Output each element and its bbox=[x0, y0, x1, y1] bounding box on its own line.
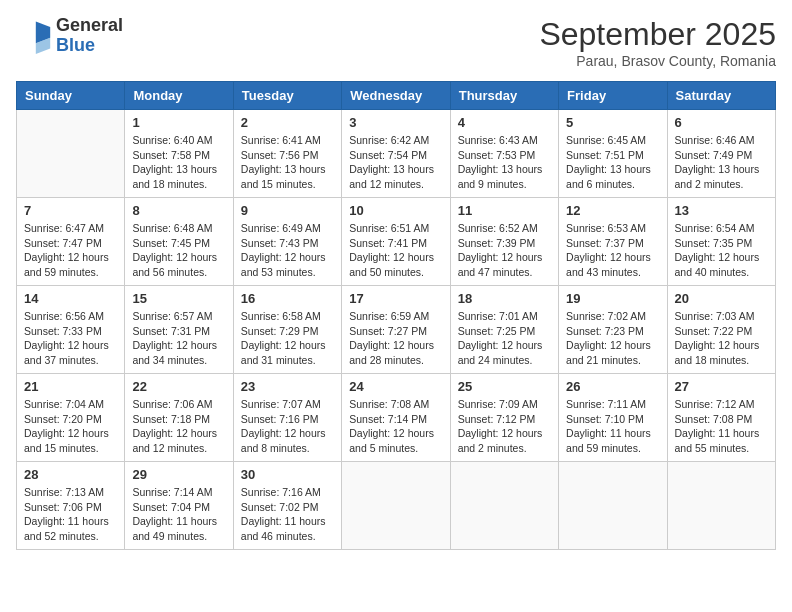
calendar-cell: 24Sunrise: 7:08 AMSunset: 7:14 PMDayligh… bbox=[342, 374, 450, 462]
calendar-cell bbox=[342, 462, 450, 550]
calendar-cell: 13Sunrise: 6:54 AMSunset: 7:35 PMDayligh… bbox=[667, 198, 775, 286]
day-info: Sunrise: 6:42 AMSunset: 7:54 PMDaylight:… bbox=[349, 133, 442, 192]
day-number: 9 bbox=[241, 203, 334, 218]
day-info: Sunrise: 7:04 AMSunset: 7:20 PMDaylight:… bbox=[24, 397, 117, 456]
day-info: Sunrise: 6:57 AMSunset: 7:31 PMDaylight:… bbox=[132, 309, 225, 368]
week-row-3: 14Sunrise: 6:56 AMSunset: 7:33 PMDayligh… bbox=[17, 286, 776, 374]
calendar-cell: 16Sunrise: 6:58 AMSunset: 7:29 PMDayligh… bbox=[233, 286, 341, 374]
day-info: Sunrise: 7:02 AMSunset: 7:23 PMDaylight:… bbox=[566, 309, 659, 368]
day-number: 14 bbox=[24, 291, 117, 306]
day-info: Sunrise: 6:52 AMSunset: 7:39 PMDaylight:… bbox=[458, 221, 551, 280]
day-number: 26 bbox=[566, 379, 659, 394]
week-row-4: 21Sunrise: 7:04 AMSunset: 7:20 PMDayligh… bbox=[17, 374, 776, 462]
day-number: 22 bbox=[132, 379, 225, 394]
calendar-cell: 4Sunrise: 6:43 AMSunset: 7:53 PMDaylight… bbox=[450, 110, 558, 198]
location-subtitle: Parau, Brasov County, Romania bbox=[539, 53, 776, 69]
day-number: 18 bbox=[458, 291, 551, 306]
day-info: Sunrise: 7:09 AMSunset: 7:12 PMDaylight:… bbox=[458, 397, 551, 456]
day-number: 20 bbox=[675, 291, 768, 306]
calendar-cell: 22Sunrise: 7:06 AMSunset: 7:18 PMDayligh… bbox=[125, 374, 233, 462]
calendar-cell: 28Sunrise: 7:13 AMSunset: 7:06 PMDayligh… bbox=[17, 462, 125, 550]
day-info: Sunrise: 7:12 AMSunset: 7:08 PMDaylight:… bbox=[675, 397, 768, 456]
day-info: Sunrise: 6:47 AMSunset: 7:47 PMDaylight:… bbox=[24, 221, 117, 280]
day-number: 5 bbox=[566, 115, 659, 130]
day-number: 25 bbox=[458, 379, 551, 394]
logo-icon bbox=[16, 18, 52, 54]
day-number: 19 bbox=[566, 291, 659, 306]
header-thursday: Thursday bbox=[450, 82, 558, 110]
header-sunday: Sunday bbox=[17, 82, 125, 110]
logo: General Blue bbox=[16, 16, 123, 56]
day-info: Sunrise: 7:07 AMSunset: 7:16 PMDaylight:… bbox=[241, 397, 334, 456]
day-number: 7 bbox=[24, 203, 117, 218]
calendar-cell: 2Sunrise: 6:41 AMSunset: 7:56 PMDaylight… bbox=[233, 110, 341, 198]
calendar-cell: 5Sunrise: 6:45 AMSunset: 7:51 PMDaylight… bbox=[559, 110, 667, 198]
logo-text: General Blue bbox=[56, 16, 123, 56]
day-info: Sunrise: 6:58 AMSunset: 7:29 PMDaylight:… bbox=[241, 309, 334, 368]
header-tuesday: Tuesday bbox=[233, 82, 341, 110]
day-info: Sunrise: 7:01 AMSunset: 7:25 PMDaylight:… bbox=[458, 309, 551, 368]
calendar-cell: 12Sunrise: 6:53 AMSunset: 7:37 PMDayligh… bbox=[559, 198, 667, 286]
header-wednesday: Wednesday bbox=[342, 82, 450, 110]
week-row-5: 28Sunrise: 7:13 AMSunset: 7:06 PMDayligh… bbox=[17, 462, 776, 550]
calendar-cell: 30Sunrise: 7:16 AMSunset: 7:02 PMDayligh… bbox=[233, 462, 341, 550]
calendar-cell: 27Sunrise: 7:12 AMSunset: 7:08 PMDayligh… bbox=[667, 374, 775, 462]
day-number: 10 bbox=[349, 203, 442, 218]
day-info: Sunrise: 6:59 AMSunset: 7:27 PMDaylight:… bbox=[349, 309, 442, 368]
title-block: September 2025 Parau, Brasov County, Rom… bbox=[539, 16, 776, 69]
header-friday: Friday bbox=[559, 82, 667, 110]
day-info: Sunrise: 6:56 AMSunset: 7:33 PMDaylight:… bbox=[24, 309, 117, 368]
day-info: Sunrise: 7:08 AMSunset: 7:14 PMDaylight:… bbox=[349, 397, 442, 456]
day-info: Sunrise: 6:45 AMSunset: 7:51 PMDaylight:… bbox=[566, 133, 659, 192]
calendar-cell: 21Sunrise: 7:04 AMSunset: 7:20 PMDayligh… bbox=[17, 374, 125, 462]
calendar-cell: 9Sunrise: 6:49 AMSunset: 7:43 PMDaylight… bbox=[233, 198, 341, 286]
day-number: 15 bbox=[132, 291, 225, 306]
day-info: Sunrise: 7:03 AMSunset: 7:22 PMDaylight:… bbox=[675, 309, 768, 368]
logo-blue: Blue bbox=[56, 35, 95, 55]
calendar-cell bbox=[450, 462, 558, 550]
day-info: Sunrise: 6:51 AMSunset: 7:41 PMDaylight:… bbox=[349, 221, 442, 280]
calendar-cell: 7Sunrise: 6:47 AMSunset: 7:47 PMDaylight… bbox=[17, 198, 125, 286]
day-number: 16 bbox=[241, 291, 334, 306]
calendar-cell: 11Sunrise: 6:52 AMSunset: 7:39 PMDayligh… bbox=[450, 198, 558, 286]
calendar-cell: 10Sunrise: 6:51 AMSunset: 7:41 PMDayligh… bbox=[342, 198, 450, 286]
day-number: 8 bbox=[132, 203, 225, 218]
day-info: Sunrise: 6:53 AMSunset: 7:37 PMDaylight:… bbox=[566, 221, 659, 280]
calendar-cell bbox=[559, 462, 667, 550]
month-title: September 2025 bbox=[539, 16, 776, 53]
calendar-table: SundayMondayTuesdayWednesdayThursdayFrid… bbox=[16, 81, 776, 550]
calendar-cell: 25Sunrise: 7:09 AMSunset: 7:12 PMDayligh… bbox=[450, 374, 558, 462]
page-header: General Blue September 2025 Parau, Braso… bbox=[16, 16, 776, 69]
calendar-cell: 15Sunrise: 6:57 AMSunset: 7:31 PMDayligh… bbox=[125, 286, 233, 374]
calendar-cell: 23Sunrise: 7:07 AMSunset: 7:16 PMDayligh… bbox=[233, 374, 341, 462]
day-number: 17 bbox=[349, 291, 442, 306]
day-info: Sunrise: 6:43 AMSunset: 7:53 PMDaylight:… bbox=[458, 133, 551, 192]
day-number: 24 bbox=[349, 379, 442, 394]
day-info: Sunrise: 6:54 AMSunset: 7:35 PMDaylight:… bbox=[675, 221, 768, 280]
calendar-cell bbox=[17, 110, 125, 198]
day-number: 4 bbox=[458, 115, 551, 130]
calendar-cell: 17Sunrise: 6:59 AMSunset: 7:27 PMDayligh… bbox=[342, 286, 450, 374]
day-number: 23 bbox=[241, 379, 334, 394]
day-number: 12 bbox=[566, 203, 659, 218]
day-info: Sunrise: 6:41 AMSunset: 7:56 PMDaylight:… bbox=[241, 133, 334, 192]
day-info: Sunrise: 7:06 AMSunset: 7:18 PMDaylight:… bbox=[132, 397, 225, 456]
calendar-cell bbox=[667, 462, 775, 550]
day-number: 6 bbox=[675, 115, 768, 130]
day-number: 1 bbox=[132, 115, 225, 130]
day-number: 3 bbox=[349, 115, 442, 130]
day-number: 21 bbox=[24, 379, 117, 394]
calendar-cell: 8Sunrise: 6:48 AMSunset: 7:45 PMDaylight… bbox=[125, 198, 233, 286]
calendar-cell: 6Sunrise: 6:46 AMSunset: 7:49 PMDaylight… bbox=[667, 110, 775, 198]
day-number: 30 bbox=[241, 467, 334, 482]
week-row-1: 1Sunrise: 6:40 AMSunset: 7:58 PMDaylight… bbox=[17, 110, 776, 198]
day-number: 28 bbox=[24, 467, 117, 482]
day-info: Sunrise: 7:11 AMSunset: 7:10 PMDaylight:… bbox=[566, 397, 659, 456]
calendar-cell: 14Sunrise: 6:56 AMSunset: 7:33 PMDayligh… bbox=[17, 286, 125, 374]
day-info: Sunrise: 7:14 AMSunset: 7:04 PMDaylight:… bbox=[132, 485, 225, 544]
day-number: 13 bbox=[675, 203, 768, 218]
header-monday: Monday bbox=[125, 82, 233, 110]
calendar-cell: 18Sunrise: 7:01 AMSunset: 7:25 PMDayligh… bbox=[450, 286, 558, 374]
calendar-cell: 3Sunrise: 6:42 AMSunset: 7:54 PMDaylight… bbox=[342, 110, 450, 198]
calendar-cell: 20Sunrise: 7:03 AMSunset: 7:22 PMDayligh… bbox=[667, 286, 775, 374]
